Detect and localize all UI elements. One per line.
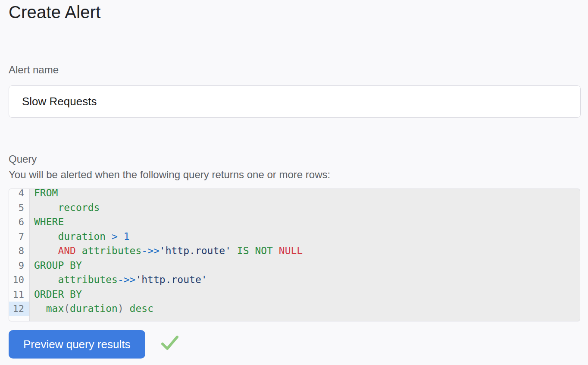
- code-line[interactable]: 7 duration > 1: [9, 230, 580, 244]
- alert-name-label: Alert name: [9, 64, 59, 76]
- query-description: You will be alerted when the following q…: [9, 167, 330, 182]
- code-line[interactable]: 12 max(duration) desc: [9, 302, 580, 316]
- preview-query-results-button[interactable]: Preview query results: [9, 330, 145, 359]
- line-number: 9: [9, 258, 29, 273]
- line-number: 7: [9, 230, 29, 244]
- code-content[interactable]: 4FROM5 records6WHERE7 duration > 18 AND …: [9, 189, 580, 316]
- check-icon: [160, 334, 180, 352]
- code-line[interactable]: 9GROUP BY: [9, 258, 580, 273]
- code-line[interactable]: 4FROM: [9, 189, 580, 201]
- code-text: attributes->>'http.route': [29, 273, 580, 287]
- page-title: Create Alert: [9, 3, 101, 22]
- code-line[interactable]: 6WHERE: [9, 215, 580, 230]
- code-text: GROUP BY: [29, 258, 580, 273]
- code-line[interactable]: 5 records: [9, 201, 580, 215]
- code-line[interactable]: 8 AND attributes->>'http.route' IS NOT N…: [9, 244, 580, 258]
- code-text: max(duration) desc: [29, 302, 580, 316]
- code-text: WHERE: [29, 215, 580, 230]
- code-text: duration > 1: [29, 230, 580, 244]
- query-label: Query: [9, 152, 37, 167]
- line-number: 12: [9, 302, 29, 316]
- code-text: ORDER BY: [29, 287, 580, 302]
- code-line[interactable]: 10 attributes->>'http.route': [9, 273, 580, 287]
- code-line[interactable]: 11ORDER BY: [9, 287, 580, 302]
- line-number: 6: [9, 215, 29, 230]
- code-text: FROM: [29, 189, 580, 201]
- line-number: 8: [9, 244, 29, 258]
- query-code-editor[interactable]: 4FROM5 records6WHERE7 duration > 18 AND …: [9, 189, 580, 321]
- code-text: AND attributes->>'http.route' IS NOT NUL…: [29, 244, 580, 258]
- line-number: 10: [9, 273, 29, 287]
- line-number: 5: [9, 201, 29, 215]
- line-number: 4: [9, 189, 29, 201]
- line-number: 11: [9, 287, 29, 302]
- code-text: records: [29, 201, 580, 215]
- alert-name-input[interactable]: [9, 85, 581, 118]
